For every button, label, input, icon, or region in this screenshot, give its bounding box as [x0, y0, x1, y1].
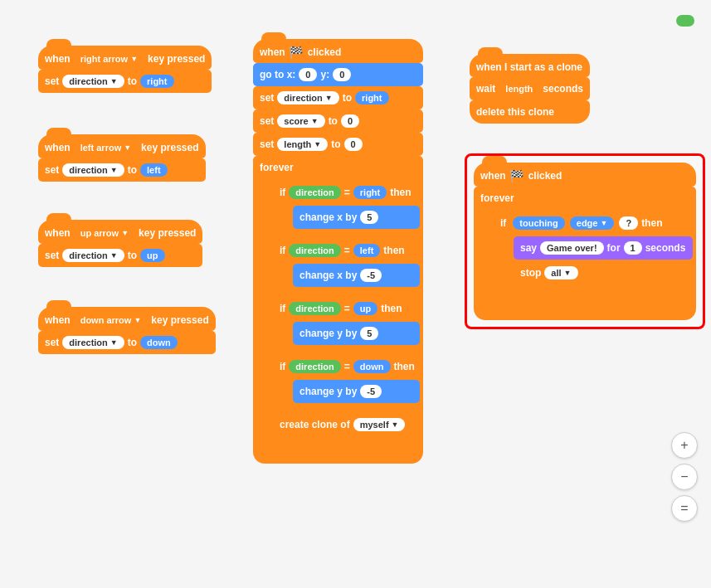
dir-pill-main[interactable]: direction [277, 91, 338, 104]
when-clone-hat: when I start as a clone [470, 54, 590, 77]
set-score-label: set [260, 115, 274, 127]
length-var-pill[interactable]: length [277, 138, 328, 151]
stop-block: stop all [514, 261, 693, 284]
flag-icon: 🏁 [289, 46, 303, 59]
xneg5-pill[interactable]: -5 [360, 269, 382, 282]
secs-pill[interactable]: 1 [624, 241, 642, 255]
y5-pill[interactable]: 5 [360, 327, 378, 340]
when-label: when [45, 53, 71, 65]
score-val-pill[interactable]: 0 [341, 114, 359, 128]
length-val-pill[interactable]: 0 [344, 138, 363, 151]
spiral-icon-game: ↩ [679, 299, 689, 315]
game-over-highlighted: when 🏁 clicked forever if touching edge [465, 153, 705, 329]
down-cond-val: down [353, 360, 391, 373]
change-y-label1: change y by [299, 328, 357, 339]
direction-var-pill[interactable]: direction [62, 75, 124, 88]
change-y-5-block: change y by 5 [293, 322, 420, 345]
say-block: say Game over! for 1 seconds [514, 236, 693, 260]
direction-var-pill2[interactable]: direction [62, 163, 124, 177]
create-clone-block: create clone of myself [273, 413, 421, 436]
wait-block: wait length seconds [470, 77, 590, 100]
flag-icon-game: 🏁 [509, 169, 524, 182]
forever-body: if direction = right then change x by 5 [253, 179, 423, 438]
delete-clone-block: delete this clone [470, 100, 590, 124]
when-label3: when [45, 227, 71, 239]
eq3: = [344, 303, 350, 314]
if-label4: if [280, 361, 285, 372]
length-pill: length [499, 82, 539, 95]
left-cond-val: left [353, 244, 381, 257]
eq1: = [344, 187, 350, 198]
edge-pill[interactable]: edge [570, 216, 615, 230]
to-label3: to [128, 250, 137, 261]
set-label2: set [45, 164, 59, 176]
up-arrow-group: when up arrow key pressed set direction … [38, 220, 202, 267]
when-label2: when [45, 142, 71, 153]
change-y-neg5-block: change y by -5 [293, 380, 420, 403]
x5-pill[interactable]: 5 [360, 211, 378, 224]
if-up-body: change y by 5 [273, 320, 421, 347]
x-value[interactable]: 0 [299, 68, 317, 81]
zoom-reset-button[interactable]: = [671, 495, 698, 522]
forever-c-block: forever if direction = right then change… [253, 156, 423, 464]
q-pill: ? [619, 216, 638, 230]
seconds-label: seconds [645, 242, 686, 254]
if-label3: if [280, 303, 285, 314]
set-direction-up-block: set direction to up [38, 244, 202, 267]
if-down-top: if direction = down then [273, 355, 421, 378]
if-left-bottom [273, 289, 421, 295]
zoom-out-button[interactable]: − [671, 464, 698, 490]
myself-pill[interactable]: myself [353, 418, 406, 431]
game-when-label: when [480, 170, 506, 182]
set-label: set [45, 75, 59, 87]
score-pill[interactable]: score [277, 114, 324, 128]
up-value-pill: up [140, 249, 164, 262]
then2: then [383, 245, 404, 256]
down-arrow-key-pill[interactable]: down arrow [74, 313, 149, 327]
down-arrow-group: when down arrow key pressed set directio… [38, 307, 216, 354]
if-up-block: if direction = up then change y by 5 [273, 297, 421, 353]
left-arrow-key-pill[interactable]: left arrow [74, 141, 138, 154]
direction-var-pill3[interactable]: direction [62, 249, 124, 262]
zoom-controls: + − = [671, 432, 698, 522]
game-when-clicked-hat: when 🏁 clicked [474, 163, 696, 187]
change-y-label2: change y by [299, 386, 357, 397]
message-pill[interactable]: Game over! [540, 241, 604, 255]
zoom-in-button[interactable]: + [671, 432, 698, 459]
game-clicked-label: clicked [528, 170, 562, 182]
if-label2: if [280, 245, 285, 256]
y-label: y: [320, 69, 329, 80]
when-label4: when [45, 314, 71, 326]
all-pill[interactable]: all [544, 266, 577, 279]
if-touching-body: say Game over! for 1 seconds stop all [494, 235, 694, 286]
if-left-top: if direction = left then [273, 239, 421, 262]
set-direction-left-block: set direction to left [38, 158, 206, 182]
if-down-bottom [273, 405, 421, 411]
right-arrow-key-pill[interactable]: right arrow [74, 52, 144, 66]
dir-cond-right: direction [289, 186, 340, 199]
goto-label: go to x: [260, 69, 295, 80]
right-value-pill: right [140, 75, 173, 88]
if-down-block: if direction = down then change y by -5 [273, 355, 421, 411]
to-label: to [128, 75, 137, 87]
clone-group: when I start as a clone wait length seco… [470, 54, 590, 124]
main-script: when 🏁 clicked go to x: 0 y: 0 set direc… [253, 39, 423, 464]
when-up-arrow-hat: when up arrow key pressed [38, 220, 202, 244]
up-arrow-key-pill[interactable]: up arrow [74, 226, 135, 240]
change-x-5-block: change x by 5 [293, 206, 420, 229]
y-value[interactable]: 0 [333, 68, 351, 81]
yneg5-pill[interactable]: -5 [360, 385, 382, 398]
set-dir-label: set [260, 92, 274, 104]
set-score-block: set score to 0 [253, 109, 423, 133]
say-label: say [520, 242, 537, 254]
seconds-label: seconds [543, 83, 583, 95]
if-left-body: change x by -5 [273, 262, 421, 289]
when-down-arrow-hat: when down arrow key pressed [38, 307, 216, 331]
main-when-label: when [260, 46, 285, 58]
set-direction-down-block: set direction to down [38, 331, 216, 354]
key-pressed-label2: key pressed [141, 142, 198, 153]
if-touching-bottom [494, 286, 694, 293]
direction-var-pill4[interactable]: direction [62, 336, 124, 349]
canvas: when right arrow key pressed set directi… [0, 0, 711, 588]
dir-cond-down: direction [289, 360, 340, 373]
